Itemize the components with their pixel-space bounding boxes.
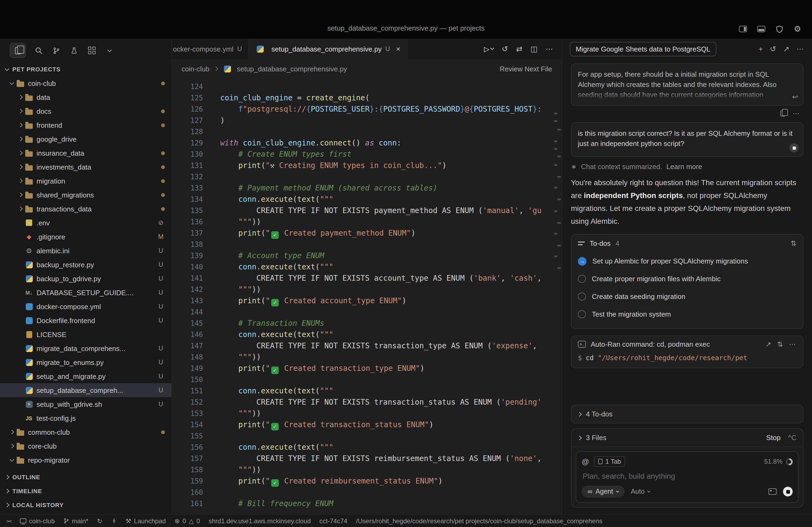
collapsed-todos-row[interactable]: 4 To-dos (571, 405, 803, 423)
compare-changes-icon[interactable]: ⇄ (516, 45, 522, 53)
code-editor[interactable]: 124125coin_club_engine = create_engine(1… (172, 78, 562, 514)
tree-item-common-club[interactable]: common-club (0, 425, 171, 439)
session-indicator[interactable]: cct-74c74 (320, 517, 347, 525)
code-line[interactable]: 141 CREATE TYPE IF NOT EXISTS account_ty… (172, 273, 562, 284)
tab-context-pill[interactable]: 1 Tab (594, 456, 625, 467)
code-line[interactable]: 146 conn.execute(text(""" (172, 329, 562, 340)
code-line[interactable]: 124 (172, 81, 562, 92)
user-message-card[interactable]: is this migration script correct? Is it … (571, 122, 803, 157)
undo-icon[interactable]: ↩ (792, 92, 798, 102)
tree-item-shared-migrations[interactable]: shared_migrations (0, 188, 171, 202)
review-next-file-button[interactable]: Review Next File (500, 65, 552, 73)
code-line[interactable]: 125coin_club_engine = create_engine( (172, 92, 562, 104)
tree-item-coin-club[interactable]: coin-club (0, 76, 171, 90)
panel-outline[interactable]: OUTLINE (0, 470, 171, 484)
tree-item-docker-compose-yml[interactable]: docker-compose.ymlU (0, 299, 171, 313)
close-tab-icon[interactable]: × (396, 45, 400, 53)
code-line[interactable]: 154 print("✓ Created transaction_status … (172, 419, 562, 431)
tree-item-setup-with-gdrive-sh[interactable]: >setup_with_gdrive.shU (0, 397, 171, 411)
tree-item-repo-migrator[interactable]: repo-migrator (0, 453, 171, 467)
code-line[interactable]: 130 # Create ENUM types first (172, 149, 562, 160)
shield-icon[interactable] (774, 24, 784, 34)
tree-item-docs[interactable]: docs (0, 104, 171, 118)
learn-more-link[interactable]: Learn more (666, 163, 702, 171)
settings-gear-icon[interactable]: ⚙ (793, 24, 802, 34)
testing-beaker-icon[interactable] (69, 46, 79, 55)
explorer-icon[interactable] (10, 43, 26, 58)
launchpad-button[interactable]: ⚒Launchpad (126, 517, 166, 525)
open-external-icon[interactable]: ↗ (765, 340, 771, 348)
expand-icon[interactable]: ⇅ (791, 239, 796, 247)
tree-item-gitignore[interactable]: ◆.gitignoreM (0, 230, 171, 244)
git-branch-indicator[interactable]: main* (63, 517, 88, 525)
more-actions-icon[interactable]: ⋯ (546, 45, 553, 53)
explorer-section-header[interactable]: PET PROJECTS (0, 62, 171, 76)
split-editor-icon[interactable]: ◫ (531, 45, 538, 53)
code-line[interactable]: 136 """)) (172, 216, 562, 228)
toggle-secondary-sidebar-icon[interactable] (738, 24, 748, 34)
code-line[interactable]: 135 CREATE TYPE IF NOT EXISTS payment_me… (172, 205, 562, 216)
todos-header[interactable]: To-dos 4 ⇅ (571, 235, 803, 252)
code-line[interactable]: 137 print("✓ Created payment_method ENUM… (172, 228, 562, 239)
chat-input[interactable]: Plan, search, build anything (582, 467, 793, 486)
todo-item[interactable]: Create proper migration files with Alemb… (578, 270, 796, 288)
tree-item-data[interactable]: data (0, 90, 171, 104)
code-line[interactable]: 143 print("✓ Created account_type ENUM") (172, 295, 562, 306)
chat-more-button[interactable]: ⋯ (796, 45, 804, 53)
chevron-down-icon[interactable] (105, 46, 114, 55)
tree-item-migrate-to-enums-py[interactable]: migrate_to_enums.pyU (0, 355, 171, 369)
code-line[interactable]: 133 # Payment method ENUM (shared across… (172, 182, 562, 194)
copy-icon[interactable] (780, 110, 785, 117)
stop-button[interactable]: Stop (766, 434, 781, 442)
todo-item[interactable]: Test the migration system (578, 305, 796, 323)
context-quote-card[interactable]: For app setup, there should be a initial… (571, 63, 803, 106)
code-line[interactable]: 145 # Transaction ENUMs (172, 318, 562, 329)
stop-icon[interactable] (789, 143, 799, 152)
code-line[interactable]: 129with coin_club_engine.connect() as co… (172, 137, 562, 149)
code-line[interactable]: 160 (172, 487, 562, 498)
timeline-history-icon[interactable]: ↺ (502, 45, 508, 53)
search-icon[interactable] (34, 46, 44, 55)
code-line[interactable]: 140 conn.execute(text(""" (172, 261, 562, 273)
tree-item-dockerfile-frontend[interactable]: Dockerfile.frontendU (0, 313, 171, 327)
tree-item-backup-restore-py[interactable]: backup_restore.pyU (0, 258, 171, 272)
code-line[interactable]: 147 CREATE TYPE IF NOT EXISTS transactio… (172, 340, 562, 351)
tree-item-setup-and-migrate-py[interactable]: setup_and_migrate.pyU (0, 369, 171, 383)
code-line[interactable]: 155 (172, 431, 562, 442)
run-button[interactable]: ▷ (484, 45, 494, 53)
source-control-icon[interactable] (52, 46, 61, 55)
model-selector[interactable]: Auto (631, 488, 650, 495)
unfold-icon[interactable]: ⇅ (777, 340, 783, 348)
code-line[interactable]: 127) (172, 115, 562, 126)
code-line[interactable]: 150 (172, 374, 562, 385)
more-icon[interactable]: ⋯ (793, 109, 800, 118)
code-line[interactable]: 128 (172, 126, 562, 137)
chat-title-dropdown[interactable]: Migrate Google Sheets data to PostgreSQL (570, 42, 716, 56)
workspace-indicator[interactable]: coin-club (20, 517, 55, 525)
collapsed-files-row[interactable]: 3 Files Stop ^C (571, 429, 803, 447)
tree-item-license[interactable]: LICENSE (0, 327, 171, 341)
overview-ruler[interactable] (554, 78, 562, 514)
host-indicator[interactable]: shrd1.dev.use1.aws.mckinsey.cloud (209, 517, 311, 525)
source-control-graph-icon[interactable] (111, 517, 117, 524)
more-icon[interactable]: ⋯ (789, 340, 796, 348)
panel-local-history[interactable]: LOCAL HISTORY (0, 498, 171, 512)
tab-docker-compose[interactable]: ocker-compose.yml U (172, 39, 249, 59)
stop-generation-button[interactable] (783, 487, 793, 496)
code-line[interactable]: 148 """)) (172, 351, 562, 363)
agent-mode-selector[interactable]: ∞ Agent (582, 486, 624, 497)
code-line[interactable]: 153 """)) (172, 408, 562, 419)
code-line[interactable]: 131 print("⚒ Creating ENUM types in coin… (172, 160, 562, 171)
problems-indicator[interactable]: ⊗0 △0 (175, 517, 200, 525)
breadcrumb-folder[interactable]: coin-club (182, 65, 209, 73)
attach-image-icon[interactable] (768, 488, 777, 495)
command-header[interactable]: >_ Auto-Ran command: cd, podman exec ↗ ⇅… (571, 336, 803, 352)
code-line[interactable]: 156 conn.execute(text(""" (172, 442, 562, 453)
chat-input-card[interactable]: @ 1 Tab 51.8% Plan, search, build anythi… (576, 451, 799, 503)
code-line[interactable]: 139 # Account type ENUM (172, 250, 562, 261)
code-line[interactable]: 126 f"postgresql://{POSTGRES_USER}:{POST… (172, 104, 562, 115)
breadcrumb-file[interactable]: setup_database_comprehensive.py (237, 65, 347, 73)
code-line[interactable]: 134 conn.execute(text(""" (172, 194, 562, 205)
tree-item-frontend[interactable]: frontend (0, 118, 171, 132)
tree-item-database-setup-guide[interactable]: M↓DATABASE_SETUP_GUIDE....U (0, 286, 171, 299)
